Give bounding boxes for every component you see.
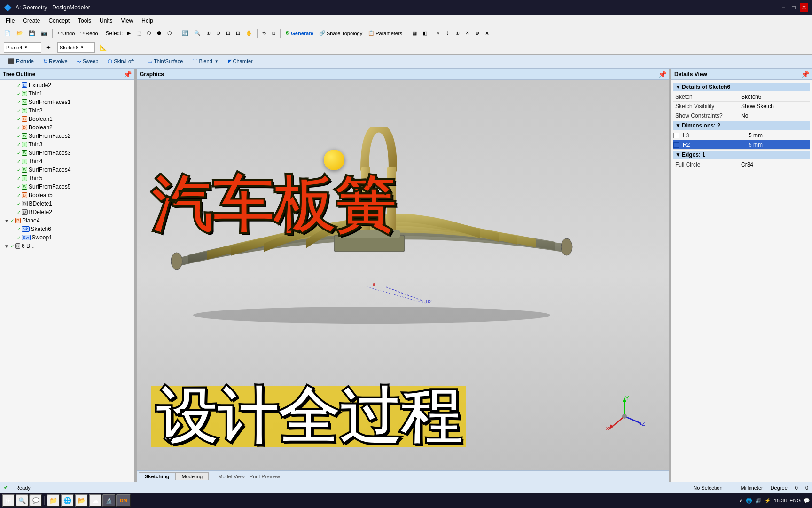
blend-arrow[interactable]: ▼ — [215, 59, 219, 64]
redo-button[interactable]: ↪ Redo — [78, 28, 100, 39]
tree-item-boolean5[interactable]: ✓BBoolean5 — [0, 191, 134, 199]
details-row-full-circle[interactable]: Full Circle Cr34 — [673, 160, 810, 169]
tree-item-surffromfaces4[interactable]: ✓SSurfFromFaces4 — [0, 166, 134, 174]
revolve-button[interactable]: ↻ Revolve — [39, 56, 72, 67]
snap-btn2[interactable]: ⊹ — [443, 28, 452, 39]
menu-view[interactable]: View — [117, 16, 137, 25]
tab-sketching[interactable]: Sketching — [139, 472, 176, 480]
snap-btn3[interactable]: ⊕ — [453, 28, 462, 39]
tree-item-surffromfaces2[interactable]: ✓SSurfFromFaces2 — [0, 132, 134, 140]
rotate-button[interactable]: 🔄 — [180, 28, 191, 39]
share-topology-button[interactable]: 🔗 Share Topology — [317, 28, 365, 39]
tree-item-thin5[interactable]: ✓TThin5 — [0, 174, 134, 183]
new-sketch-button[interactable]: 📐 — [97, 42, 109, 53]
notification-icon[interactable]: 💬 — [804, 498, 810, 504]
thin-surface-button[interactable]: ▭ Thin/Surface — [143, 56, 187, 67]
title-bar-controls[interactable]: − □ ✕ — [779, 3, 808, 12]
undo-button[interactable]: ↩ Undo — [55, 28, 77, 39]
zoom-in-button[interactable]: ⊕ — [204, 28, 213, 39]
tree-item-boolean2[interactable]: ✓BBoolean2 — [0, 123, 134, 132]
onedrive-button[interactable]: ☁ — [89, 494, 102, 507]
plane-dropdown[interactable]: Plane4 ▼ — [4, 42, 41, 53]
graphics-pin-icon[interactable]: 📌 — [658, 71, 666, 78]
details-row-constraints[interactable]: Show Constraints? No — [673, 111, 810, 120]
taskbar-up-icon[interactable]: ∧ — [739, 498, 743, 504]
details-dimensions-collapse[interactable]: ▼ — [675, 122, 681, 129]
tree-item-thin1[interactable]: ✓TThin1 — [0, 89, 134, 98]
ansys-button[interactable]: 🔬 — [102, 494, 116, 507]
expand-icon-6b[interactable]: ▼ — [4, 243, 9, 249]
minimize-button[interactable]: − — [779, 3, 788, 12]
details-edges-collapse[interactable]: ▼ — [675, 151, 681, 158]
view-orient1[interactable]: ⟲ — [260, 28, 269, 39]
details-row-R2[interactable]: R2 5 mm — [673, 140, 810, 150]
display-style-btn[interactable]: ▦ — [410, 28, 419, 39]
zoom-out-button[interactable]: ⊖ — [214, 28, 223, 39]
parameters-button[interactable]: 📋 Parameters — [366, 28, 405, 39]
new-plane-button[interactable]: ✦ — [43, 42, 54, 53]
designmodeler-button[interactable]: DM — [116, 494, 131, 507]
tree-item-surffromfaces5[interactable]: ✓SSurfFromFaces5 — [0, 183, 134, 191]
graphics-viewport[interactable]: R2 汽车板簧 设计全过程 Y — [137, 80, 669, 470]
chamfer-button[interactable]: ◤ Chamfer — [224, 56, 257, 67]
R2-checkbox[interactable] — [673, 142, 679, 148]
snap-btn1[interactable]: ⌖ — [435, 28, 442, 39]
snap-btn5[interactable]: ⊛ — [473, 28, 482, 39]
tree-content[interactable]: ✓EExtrude2✓TThin1✓SSurfFromFaces1✓TThin2… — [0, 80, 134, 482]
edge-button[interactable]: 🌐 — [61, 494, 74, 507]
zoom-select-button[interactable]: ⊞ — [234, 28, 242, 39]
start-button[interactable]: ⊞ — [2, 494, 15, 507]
details-row-visibility[interactable]: Sketch Visibility Show Sketch — [673, 102, 810, 111]
sweep-button[interactable]: ↝ Sweep — [73, 56, 103, 67]
skin-loft-button[interactable]: ⬡ Skin/Loft — [103, 56, 138, 67]
select-mode2[interactable]: ⬚ — [134, 28, 143, 39]
select-mode5[interactable]: ⬡ — [165, 28, 174, 39]
generate-button[interactable]: ⚙ Generate — [283, 28, 316, 39]
expand-icon-plane4[interactable]: ▼ — [4, 218, 9, 223]
select-mode4[interactable]: ⬢ — [155, 28, 164, 39]
open-button[interactable]: 📂 — [14, 28, 25, 39]
tree-item-extrude2[interactable]: ✓EExtrude2 — [0, 81, 134, 89]
model-view-tab[interactable]: Model View — [218, 474, 245, 479]
select-mode1[interactable]: ▶ — [125, 28, 133, 39]
blend-button[interactable]: ⌒ Blend ▼ — [188, 56, 223, 67]
details-collapse-icon[interactable]: ▼ — [675, 84, 681, 90]
details-row-L3[interactable]: L3 5 mm — [673, 131, 810, 140]
search-button[interactable]: 🔍 — [16, 494, 29, 507]
close-button[interactable]: ✕ — [800, 3, 808, 12]
tree-item-surffromfaces3[interactable]: ✓SSurfFromFaces3 — [0, 149, 134, 157]
tree-item-plane4[interactable]: ▼✓PPlane4 — [0, 216, 134, 225]
menu-help[interactable]: Help — [138, 16, 157, 25]
tree-pin-icon[interactable]: 📌 — [124, 71, 132, 78]
tree-item-surffromfaces1[interactable]: ✓SSurfFromFaces1 — [0, 98, 134, 106]
save-button[interactable]: 💾 — [26, 28, 38, 39]
tree-item-thin4[interactable]: ✓TThin4 — [0, 157, 134, 166]
menu-concept[interactable]: Concept — [45, 16, 73, 25]
snap-btn6[interactable]: ⋇ — [483, 28, 492, 39]
select-mode3[interactable]: ⬡ — [144, 28, 154, 39]
edge-color-btn[interactable]: ◧ — [420, 28, 429, 39]
menu-create[interactable]: Create — [19, 16, 44, 25]
taskview-button[interactable]: 💬 — [29, 494, 42, 507]
view-orient2[interactable]: ⧇ — [270, 28, 278, 39]
print-preview-tab[interactable]: Print Preview — [250, 474, 280, 479]
tree-item-6b[interactable]: ▼✓66 B... — [0, 242, 134, 250]
menu-tools[interactable]: Tools — [74, 16, 95, 25]
tree-item-boolean1[interactable]: ✓BBoolean1 — [0, 115, 134, 123]
zoom-fit-button[interactable]: ⊡ — [224, 28, 233, 39]
menu-units[interactable]: Units — [96, 16, 116, 25]
L3-checkbox[interactable] — [673, 133, 679, 138]
explorer-button[interactable]: 📁 — [47, 494, 60, 507]
details-row-sketch[interactable]: Sketch Sketch6 — [673, 92, 810, 102]
screenshot-button[interactable]: 📷 — [39, 28, 50, 39]
tab-modeling[interactable]: Modeling — [176, 472, 209, 480]
tree-item-thin2[interactable]: ✓TThin2 — [0, 106, 134, 115]
tree-item-bdelete1[interactable]: ✓DBDelete1 — [0, 199, 134, 208]
tree-item-sweep1[interactable]: ✓SwSweep1 — [0, 233, 134, 242]
extrude-button[interactable]: ⬛ Extrude — [4, 56, 38, 67]
menu-file[interactable]: File — [2, 16, 18, 25]
zoom-button[interactable]: 🔍 — [192, 28, 203, 39]
maximize-button[interactable]: □ — [789, 3, 798, 12]
tree-item-bdelete2[interactable]: ✓DBDelete2 — [0, 208, 134, 216]
pan-button[interactable]: ✋ — [243, 28, 255, 39]
